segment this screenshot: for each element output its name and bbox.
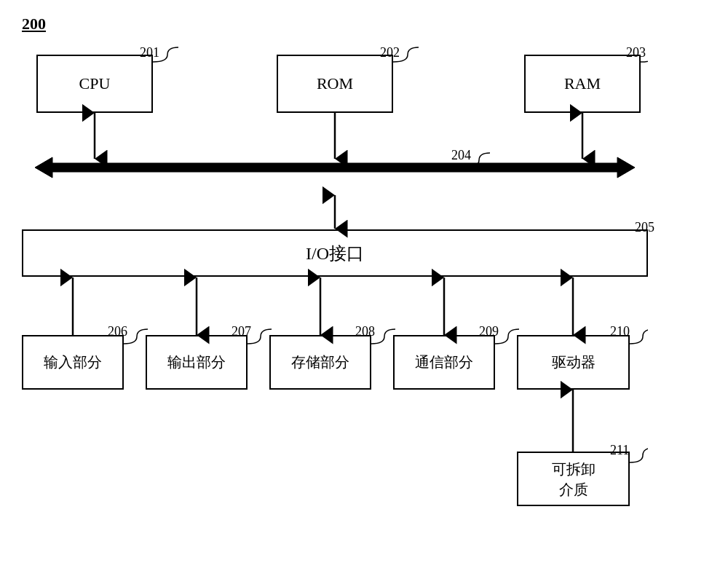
diagram-container: 200 CPU 201 ROM 202 RAM 203 204 I/O接口 20…	[22, 15, 692, 575]
ref-208: 208	[355, 324, 375, 339]
ref-204: 204	[451, 148, 471, 163]
driver-label: 驱动器	[552, 352, 596, 372]
media-label: 可拆卸 介质	[552, 459, 596, 500]
comm-box: 通信部分	[393, 335, 495, 390]
comm-label: 通信部分	[415, 352, 473, 372]
driver-box: 驱动器	[517, 335, 630, 390]
ref-201: 201	[140, 45, 159, 60]
rom-label: ROM	[317, 74, 353, 93]
storage-box: 存储部分	[269, 335, 371, 390]
ram-box: RAM	[524, 55, 641, 113]
input-box: 输入部分	[22, 335, 124, 390]
cpu-label: CPU	[79, 74, 111, 93]
ram-label: RAM	[564, 74, 601, 93]
input-label: 输入部分	[44, 352, 102, 372]
ref-209: 209	[479, 324, 499, 339]
output-box: 输出部分	[146, 335, 248, 390]
output-label: 输出部分	[167, 352, 226, 372]
svg-marker-7	[35, 157, 635, 178]
io-label: I/O接口	[306, 242, 364, 265]
ref-210: 210	[610, 324, 630, 339]
cpu-box: CPU	[36, 55, 153, 113]
ref-207: 207	[232, 324, 251, 339]
storage-label: 存储部分	[291, 352, 349, 372]
ref-211: 211	[610, 443, 629, 458]
ref-202: 202	[380, 45, 400, 60]
io-box: I/O接口	[22, 229, 648, 277]
main-label: 200	[22, 15, 46, 34]
ref-203: 203	[626, 45, 646, 60]
media-box: 可拆卸 介质	[517, 452, 630, 506]
rom-box: ROM	[277, 55, 393, 113]
ref-206: 206	[108, 324, 127, 339]
ref-205: 205	[635, 220, 654, 235]
